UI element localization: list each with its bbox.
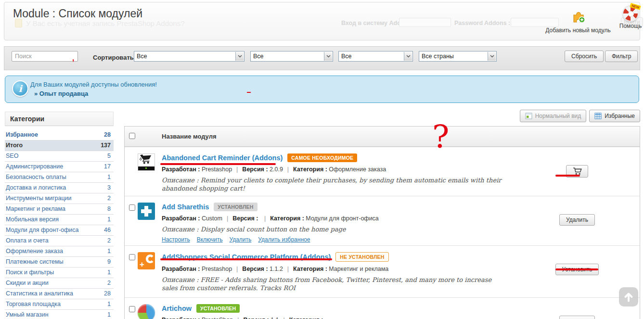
category-count: 1 — [107, 311, 111, 319]
buy-module-cart-button[interactable] — [566, 165, 588, 178]
category-count: 28 — [104, 131, 111, 139]
module-title-link[interactable]: AddShoppers Social Commerce Platform (Ad… — [162, 253, 331, 261]
sidebar-category-item[interactable]: Итого137 — [5, 140, 114, 151]
chevron-down-icon — [235, 52, 244, 61]
filter-select-2[interactable]: Все — [250, 51, 333, 62]
updates-notice: i Для Ваших модулей доступны обновления!… — [5, 76, 639, 103]
sidebar-category-item[interactable]: Администрирование17 — [5, 162, 114, 172]
search-input[interactable] — [12, 51, 78, 62]
category-label: Модули для фронт-офиса — [6, 227, 78, 234]
sidebar-category-item[interactable]: Инструменты миграции2 — [5, 193, 114, 204]
table-header: Название модуля — [125, 127, 640, 147]
add-new-module-button[interactable]: Добавить новый модуль — [542, 9, 614, 34]
installed-badge: УСТАНОВЛЕН — [214, 203, 257, 211]
module-title-link[interactable]: Add Sharethis — [162, 203, 209, 211]
uninstall-button[interactable]: Удалить — [559, 316, 595, 319]
filter-button[interactable]: Фильтр — [605, 51, 638, 62]
modules-main: Нормальный вид Избранные Название модуля — [124, 110, 640, 319]
sidebar-category-item[interactable]: Мобильная версия1 — [5, 215, 114, 225]
seller-experience-link[interactable]: » Опыт продавца — [34, 90, 88, 97]
categories-title: Категории — [5, 112, 114, 126]
help-label: Помощь — [617, 23, 644, 29]
category-count: 1 — [107, 248, 111, 255]
add-new-module-label: Добавить новый модуль — [542, 27, 614, 34]
sidebar-category-item[interactable]: Безопасность оплаты1 — [5, 172, 114, 183]
notice-message: Для Ваших модулей доступны обновления! — [30, 81, 157, 88]
module-title-link[interactable]: Abandoned Cart Reminder (Addons) — [162, 154, 283, 162]
normal-view-button[interactable]: Нормальный вид — [520, 110, 587, 122]
category-count: 2 — [107, 195, 111, 202]
sidebar-category-item[interactable]: Оформление заказа1 — [5, 246, 114, 257]
category-label: Доставка и логистика — [6, 184, 66, 191]
category-label: Поиск и фильтры — [6, 269, 54, 276]
module-checkbox[interactable] — [129, 204, 135, 211]
sidebar-category-item[interactable]: SEO5 — [5, 151, 114, 162]
not-installed-badge: НЕ УСТАНОВЛЕН — [335, 252, 388, 262]
page-header: У Вас есть учетная запись PrestaShop Add… — [4, 2, 640, 40]
new-badge: NEW — [630, 3, 641, 10]
select-all-checkbox[interactable] — [129, 133, 135, 139]
filter-select-country[interactable]: Все страны — [419, 51, 497, 62]
prestashop-strip-label: PRESTASHOP — [138, 166, 155, 170]
sidebar-category-item[interactable]: Платежные системы9 — [5, 257, 114, 268]
shopping-cart-icon — [572, 167, 582, 175]
sidebar-category-item[interactable]: Торговая площадка1 — [5, 299, 114, 310]
configure-link[interactable]: Настроить — [162, 236, 190, 243]
module-row-sharethis: Add Sharethis УСТАНОВЛЕН Разработан : Cu… — [125, 196, 640, 245]
filter-select-2-value: Все — [253, 53, 264, 60]
module-icon-addshoppers: + — [138, 252, 155, 269]
chevron-down-icon — [404, 52, 412, 61]
category-label: Платежные системы — [6, 258, 64, 266]
category-label: Избранное — [6, 131, 38, 139]
remove-favorite-link[interactable]: Удалить избранное — [258, 236, 310, 243]
module-meta: Разработан : Prestashop|Версия : 1.1.2|К… — [162, 266, 515, 272]
module-icon-abandoned-cart: PRESTASHOP — [138, 153, 155, 171]
module-name-column-header: Название модуля — [162, 133, 515, 140]
scroll-to-top-button[interactable] — [619, 287, 638, 306]
module-checkbox[interactable] — [129, 254, 135, 260]
category-list: Избранное28Итого137SEO5Администрирование… — [5, 130, 114, 319]
category-label: Оплата и счета — [6, 237, 49, 244]
chevron-down-icon — [324, 52, 332, 61]
sidebar-category-item[interactable]: Поиск и фильтры1 — [5, 268, 114, 278]
sidebar-category-item[interactable]: Доставка и логистика3 — [5, 183, 114, 193]
svg-text:+: + — [140, 260, 144, 269]
category-label: Торговая площадка — [6, 301, 61, 308]
sidebar-category-item[interactable]: Статистика и аналитика28 — [5, 289, 114, 299]
filter-select-1[interactable]: Все — [134, 51, 245, 62]
sidebar-category-item[interactable]: Маркетинг и реклама8 — [5, 204, 114, 215]
normal-view-label: Нормальный вид — [535, 113, 581, 119]
category-count: 1 — [107, 216, 111, 223]
module-row-abandoned-cart: PRESTASHOP Abandoned Cart Reminder (Addo… — [125, 147, 640, 196]
category-label: Мобильная версия — [6, 216, 59, 223]
module-icon-sharethis — [138, 203, 155, 220]
addons-account-question: У Вас есть учетная запись PrestaShop Add… — [26, 19, 185, 27]
enable-link[interactable]: Включить — [197, 236, 223, 243]
module-row-artichow: Artichow УСТАНОВЛЕН Разработан : PrestaS… — [125, 297, 640, 319]
puzzle-piece-icon — [570, 9, 586, 24]
reset-button[interactable]: Сбросить — [565, 51, 604, 62]
sidebar-category-item[interactable]: Умный магазин1 — [5, 310, 114, 319]
sidebar-category-item[interactable]: Модули для фронт-офиса46 — [5, 225, 114, 236]
addons-login-input[interactable] — [399, 18, 451, 27]
filter-select-1-value: Все — [137, 53, 147, 60]
install-button[interactable]: Установить — [555, 264, 599, 275]
module-meta: Разработан : Custom|Версия : |Категория … — [162, 215, 515, 222]
sidebar-category-item[interactable]: Избранное28 — [5, 130, 114, 140]
category-label: Безопасность оплаты — [6, 174, 66, 181]
delete-link[interactable]: Удалить — [229, 236, 251, 243]
category-label: Инструменты миграции — [6, 195, 72, 202]
help-button[interactable]: NEW Помощь — [617, 5, 644, 29]
filter-bar: Сортировать по: Все Все Все Все страны С… — [4, 46, 640, 70]
sidebar-category-item[interactable]: Скидки и акции2 — [5, 278, 114, 289]
filter-select-3[interactable]: Все — [338, 51, 413, 62]
uninstall-button[interactable]: Удалить — [559, 214, 595, 226]
sidebar-category-item[interactable]: Оплата и счета2 — [5, 236, 114, 246]
category-count: 17 — [104, 163, 111, 170]
module-checkbox[interactable] — [129, 306, 135, 312]
module-table: Название модуля PRESTASHOP — [124, 126, 640, 319]
category-count: 5 — [107, 153, 111, 160]
category-count: 1 — [107, 174, 111, 181]
module-title-link[interactable]: Artichow — [162, 305, 192, 312]
favorites-view-button[interactable]: Избранные — [589, 110, 640, 122]
